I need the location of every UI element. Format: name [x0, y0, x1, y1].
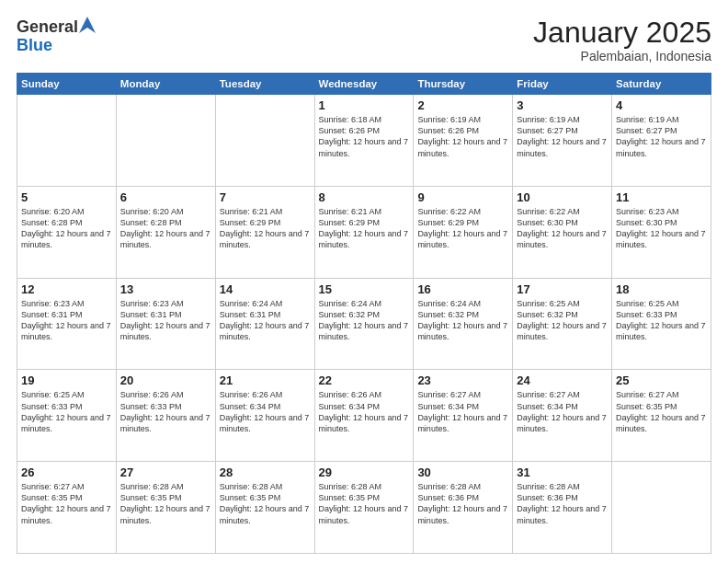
sunset-text: Sunset: 6:30 PM: [616, 218, 677, 227]
sunset-text: Sunset: 6:34 PM: [417, 402, 479, 411]
day-info: Sunrise: 6:23 AM Sunset: 6:31 PM Dayligh…: [120, 298, 211, 343]
logo: General Blue: [17, 17, 96, 55]
daylight-text: Daylight: 12 hours and 7 minutes.: [616, 413, 706, 433]
calendar-table: Sunday Monday Tuesday Wednesday Thursday…: [17, 73, 711, 554]
sunset-text: Sunset: 6:34 PM: [517, 402, 578, 411]
logo-blue: Blue: [17, 37, 96, 55]
day-cell: 16 Sunrise: 6:24 AM Sunset: 6:32 PM Dayl…: [414, 278, 513, 370]
sunset-text: Sunset: 6:32 PM: [517, 310, 578, 319]
daylight-text: Daylight: 12 hours and 7 minutes.: [319, 229, 409, 249]
day-cell: 3 Sunrise: 6:19 AM Sunset: 6:27 PM Dayli…: [513, 95, 612, 187]
daylight-text: Daylight: 12 hours and 7 minutes.: [417, 321, 507, 341]
sunrise-text: Sunrise: 6:19 AM: [417, 115, 481, 124]
day-number: 13: [120, 282, 211, 296]
week-row-3: 12 Sunrise: 6:23 AM Sunset: 6:31 PM Dayl…: [17, 278, 711, 370]
daylight-text: Daylight: 12 hours and 7 minutes.: [319, 321, 409, 341]
daylight-text: Daylight: 12 hours and 7 minutes.: [417, 504, 507, 524]
daylight-text: Daylight: 12 hours and 7 minutes.: [21, 413, 111, 433]
day-number: 22: [319, 373, 410, 387]
day-cell: 18 Sunrise: 6:25 AM Sunset: 6:33 PM Dayl…: [612, 278, 711, 370]
day-number: 20: [120, 373, 211, 387]
sunrise-text: Sunrise: 6:28 AM: [120, 482, 184, 491]
day-cell: 5 Sunrise: 6:20 AM Sunset: 6:28 PM Dayli…: [17, 186, 117, 278]
sunset-text: Sunset: 6:33 PM: [21, 402, 83, 411]
daylight-text: Daylight: 12 hours and 7 minutes.: [517, 321, 607, 341]
sunrise-text: Sunrise: 6:25 AM: [517, 299, 580, 308]
day-number: 19: [21, 373, 112, 387]
day-cell: 17 Sunrise: 6:25 AM Sunset: 6:32 PM Dayl…: [513, 278, 612, 370]
sunset-text: Sunset: 6:27 PM: [517, 126, 578, 135]
day-number: 3: [517, 98, 608, 112]
title-block: January 2025 Palembaian, Indonesia: [533, 17, 711, 63]
day-cell: 4 Sunrise: 6:19 AM Sunset: 6:27 PM Dayli…: [612, 95, 711, 187]
sunset-text: Sunset: 6:29 PM: [417, 218, 479, 227]
day-info: Sunrise: 6:18 AM Sunset: 6:26 PM Dayligh…: [319, 114, 410, 159]
daylight-text: Daylight: 12 hours and 7 minutes.: [517, 229, 607, 249]
sunrise-text: Sunrise: 6:27 AM: [21, 482, 85, 491]
sunset-text: Sunset: 6:28 PM: [21, 218, 83, 227]
daylight-text: Daylight: 12 hours and 7 minutes.: [220, 413, 310, 433]
sunset-text: Sunset: 6:31 PM: [120, 310, 182, 319]
day-info: Sunrise: 6:23 AM Sunset: 6:30 PM Dayligh…: [616, 206, 707, 251]
sunset-text: Sunset: 6:33 PM: [120, 402, 182, 411]
day-cell: [215, 95, 314, 187]
sunrise-text: Sunrise: 6:28 AM: [220, 482, 283, 491]
svg-marker-0: [79, 17, 96, 33]
daylight-text: Daylight: 12 hours and 7 minutes.: [417, 413, 507, 433]
sunrise-text: Sunrise: 6:19 AM: [517, 115, 580, 124]
day-cell: 28 Sunrise: 6:28 AM Sunset: 6:35 PM Dayl…: [215, 462, 314, 554]
day-number: 11: [616, 190, 707, 204]
day-cell: 23 Sunrise: 6:27 AM Sunset: 6:34 PM Dayl…: [414, 370, 513, 462]
day-number: 25: [616, 373, 707, 387]
day-number: 7: [220, 190, 311, 204]
sunset-text: Sunset: 6:31 PM: [220, 310, 281, 319]
day-cell: 27 Sunrise: 6:28 AM Sunset: 6:35 PM Dayl…: [116, 462, 215, 554]
day-cell: 12 Sunrise: 6:23 AM Sunset: 6:31 PM Dayl…: [17, 278, 117, 370]
sunset-text: Sunset: 6:35 PM: [616, 402, 677, 411]
day-info: Sunrise: 6:22 AM Sunset: 6:29 PM Dayligh…: [417, 206, 508, 251]
daylight-text: Daylight: 12 hours and 7 minutes.: [120, 504, 210, 524]
day-info: Sunrise: 6:26 AM Sunset: 6:34 PM Dayligh…: [220, 389, 311, 434]
sunset-text: Sunset: 6:34 PM: [319, 402, 381, 411]
day-info: Sunrise: 6:27 AM Sunset: 6:35 PM Dayligh…: [616, 389, 707, 434]
sunrise-text: Sunrise: 6:26 AM: [319, 390, 382, 399]
daylight-text: Daylight: 12 hours and 7 minutes.: [616, 321, 706, 341]
sunset-text: Sunset: 6:29 PM: [220, 218, 281, 227]
sunrise-text: Sunrise: 6:24 AM: [417, 299, 481, 308]
sunset-text: Sunset: 6:35 PM: [319, 493, 381, 502]
day-info: Sunrise: 6:28 AM Sunset: 6:35 PM Dayligh…: [319, 481, 410, 526]
header: General Blue January 2025 Palembaian, In…: [17, 17, 711, 63]
day-info: Sunrise: 6:19 AM Sunset: 6:26 PM Dayligh…: [417, 114, 508, 159]
weekday-header-row: Sunday Monday Tuesday Wednesday Thursday…: [17, 74, 711, 95]
sunrise-text: Sunrise: 6:18 AM: [319, 115, 382, 124]
header-friday: Friday: [513, 74, 612, 95]
daylight-text: Daylight: 12 hours and 7 minutes.: [319, 413, 409, 433]
day-info: Sunrise: 6:20 AM Sunset: 6:28 PM Dayligh…: [120, 206, 211, 251]
header-saturday: Saturday: [612, 74, 711, 95]
week-row-5: 26 Sunrise: 6:27 AM Sunset: 6:35 PM Dayl…: [17, 462, 711, 554]
daylight-text: Daylight: 12 hours and 7 minutes.: [21, 229, 111, 249]
day-number: 17: [517, 282, 608, 296]
sunrise-text: Sunrise: 6:24 AM: [220, 299, 283, 308]
day-info: Sunrise: 6:26 AM Sunset: 6:33 PM Dayligh…: [120, 389, 211, 434]
week-row-1: 1 Sunrise: 6:18 AM Sunset: 6:26 PM Dayli…: [17, 95, 711, 187]
daylight-text: Daylight: 12 hours and 7 minutes.: [21, 321, 111, 341]
day-cell: 10 Sunrise: 6:22 AM Sunset: 6:30 PM Dayl…: [513, 186, 612, 278]
day-info: Sunrise: 6:24 AM Sunset: 6:31 PM Dayligh…: [220, 298, 311, 343]
daylight-text: Daylight: 12 hours and 7 minutes.: [616, 137, 706, 157]
day-info: Sunrise: 6:28 AM Sunset: 6:35 PM Dayligh…: [220, 481, 311, 526]
daylight-text: Daylight: 12 hours and 7 minutes.: [220, 504, 310, 524]
sunrise-text: Sunrise: 6:28 AM: [517, 482, 580, 491]
sunset-text: Sunset: 6:35 PM: [120, 493, 182, 502]
day-number: 26: [21, 465, 112, 479]
daylight-text: Daylight: 12 hours and 7 minutes.: [319, 137, 409, 157]
sunrise-text: Sunrise: 6:21 AM: [220, 207, 283, 216]
day-number: 24: [517, 373, 608, 387]
day-number: 28: [220, 465, 311, 479]
day-number: 15: [319, 282, 410, 296]
sunset-text: Sunset: 6:35 PM: [21, 493, 83, 502]
day-cell: 21 Sunrise: 6:26 AM Sunset: 6:34 PM Dayl…: [215, 370, 314, 462]
sunset-text: Sunset: 6:32 PM: [417, 310, 479, 319]
day-number: 9: [417, 190, 508, 204]
day-cell: 20 Sunrise: 6:26 AM Sunset: 6:33 PM Dayl…: [116, 370, 215, 462]
